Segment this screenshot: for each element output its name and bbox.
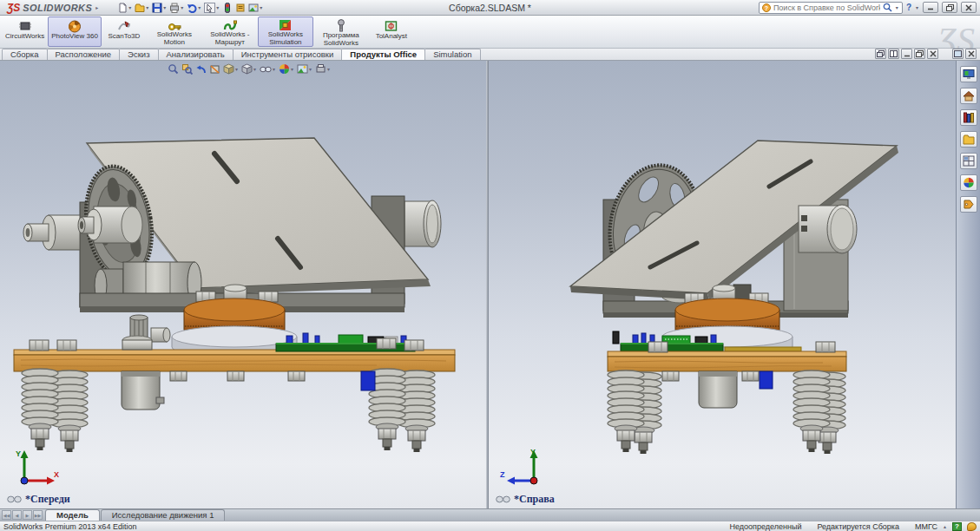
tab-assembly[interactable]: Сборка [2,49,48,60]
solidworks-resources-icon[interactable] [960,66,977,82]
help-icon[interactable]: ? [906,3,911,12]
first-study-arrow-icon[interactable]: ◀◀ [2,510,11,520]
tab-evaluate[interactable]: Анализировать [158,49,233,60]
quick-tip-icon[interactable] [967,522,977,531]
ribbon-photoview360-button[interactable]: PhotoView 360 [48,16,102,47]
prev-study-arrow-icon[interactable]: ◀ [12,510,22,520]
taskpane-close-icon[interactable] [965,49,977,59]
left-pivot-knob[interactable] [23,215,80,250]
pane-restore-icon[interactable] [914,49,925,59]
custom-properties-tag-icon[interactable] [960,196,977,213]
toolbox-bolt-icon [335,19,347,32]
view-palette-icon[interactable] [960,153,977,169]
ribbon-tolanalyst-button[interactable]: TolAnalyst [369,16,414,47]
blue-connector[interactable] [361,371,375,390]
edit-mode-label: Редактируется Сборка [817,522,899,531]
hide-show-items-icon[interactable]: ▾ [259,62,277,75]
tab-office-products[interactable]: Продукты Office [341,49,425,60]
wooden-base-board[interactable] [14,350,455,371]
print-button[interactable]: ▾ [168,1,185,14]
svg-text:Y: Y [530,448,536,456]
viewport-front[interactable]: ▾ ▾ ▾ ▾ ▾ ▾ Y X *Спереди [0,61,486,508]
help-arrow-icon[interactable]: ▾ [916,4,918,10]
command-manager-tabs: Сборка Расположение Эскиз Анализировать … [0,49,980,61]
view-settings-icon[interactable]: ▾ [314,62,332,75]
next-study-arrow-icon[interactable]: ▶ [23,510,32,520]
azimuth-pinion[interactable] [122,315,170,350]
wooden-base-board[interactable] [608,351,846,371]
constraint-state-label: Недоопределенный [730,522,802,531]
help-bubble-icon: ? [762,3,771,12]
previous-view-icon[interactable] [194,62,207,75]
ribbon-solidworks-routing-button[interactable]: SolidWorks - Маршрут [202,16,258,47]
ribbon-circuitworks-button[interactable]: CircuitWorks [2,16,48,47]
photoview-360-icon [68,19,82,33]
taskpane-expand-icon[interactable] [952,49,964,59]
select-cursor-button[interactable]: ▾ [203,1,220,14]
file-explorer-icon[interactable] [960,109,977,126]
open-button[interactable]: ▾ [134,1,150,14]
logo-text: SOLIDWORKS [23,3,92,13]
base-motor[interactable] [699,371,737,408]
spring-leg[interactable] [22,369,58,450]
tab-render-tools[interactable]: Инструменты отрисовки [233,49,343,60]
minimize-button[interactable] [923,2,938,13]
section-view-icon[interactable] [208,62,221,75]
pane-minimize-icon[interactable] [901,49,912,59]
display-style-icon[interactable]: ▾ [240,62,258,75]
new-document-button[interactable]: ▾ [116,1,133,14]
tab-model[interactable]: Модель [45,509,100,521]
tab-sketch[interactable]: Эскиз [119,49,158,60]
tab-motion-study[interactable]: Исследование движения 1 [101,509,226,521]
cascade-windows-icon[interactable] [875,49,886,59]
file-properties-button[interactable] [234,1,247,14]
edit-appearance-icon[interactable]: ▾ [278,62,295,75]
svg-text:Z: Z [500,470,505,479]
view-orientation-icon[interactable]: ▾ [222,62,240,75]
units-label[interactable]: ММГС [915,522,937,531]
undo-button[interactable]: ▾ [186,1,202,14]
base-motor[interactable] [122,371,164,410]
menu-expand-arrow-icon[interactable]: ▸ [95,4,98,10]
search-input[interactable] [773,3,880,12]
restore-button[interactable] [942,2,957,13]
rebuild-button[interactable] [221,1,233,14]
orientation-triad-front: Y X [10,446,62,489]
search-options-arrow-icon[interactable]: ▾ [896,4,898,10]
solidworks-motion-icon [168,19,181,31]
view-name-label-right: *Справа [496,493,555,506]
heads-up-toolbar: ▾ ▾ ▾ ▾ ▾ ▾ [167,62,332,75]
close-button[interactable] [961,2,977,13]
appearances-sphere-icon[interactable] [960,174,977,191]
pane-close-icon[interactable] [927,49,938,59]
tab-simulation[interactable]: Simulation [424,49,480,60]
spring-leg[interactable] [51,370,88,452]
help-indicator-icon[interactable]: ? [952,522,962,531]
ribbon-scanto3d-button[interactable]: ScanTo3D [102,16,147,47]
zoom-to-area-icon[interactable] [181,62,194,75]
assembly-model-right-view[interactable] [489,61,956,508]
view-palette-folder-icon[interactable] [960,131,977,148]
search-icon[interactable] [883,3,892,12]
spring-leg[interactable] [398,370,435,452]
last-study-arrow-icon[interactable]: ▶▶ [33,510,43,520]
apply-scene-icon[interactable]: ▾ [296,62,313,75]
graphics-area: ▾ ▾ ▾ ▾ ▾ ▾ Y X *Спереди [0,61,980,508]
ribbon-solidworks-motion-button[interactable]: SolidWorks Motion [147,16,202,47]
save-button[interactable]: ▾ [151,1,168,14]
right-pivot-knob[interactable] [404,200,441,247]
assembly-model-front-view[interactable] [0,61,486,508]
panel-bracket[interactable] [733,285,751,300]
tab-layout[interactable]: Расположение [47,49,121,60]
zoom-to-fit-icon[interactable] [167,62,180,75]
ribbon-solidworks-simulation-button[interactable]: SolidWorks Simulation [258,16,313,47]
ribbon-toolbox-button[interactable]: Программа SolidWorks Toolbox [313,16,369,47]
blue-connector[interactable] [760,371,773,389]
units-arrow-icon[interactable]: ▴ [944,523,946,529]
help-search-box[interactable]: ? ▾ [759,2,903,14]
design-library-icon[interactable] [960,88,977,104]
right-pivot-knob[interactable] [799,205,857,253]
options-button[interactable]: ▾ [247,1,264,14]
viewport-right[interactable]: Y Z *Справа [489,61,956,508]
tile-windows-icon[interactable] [888,49,899,59]
